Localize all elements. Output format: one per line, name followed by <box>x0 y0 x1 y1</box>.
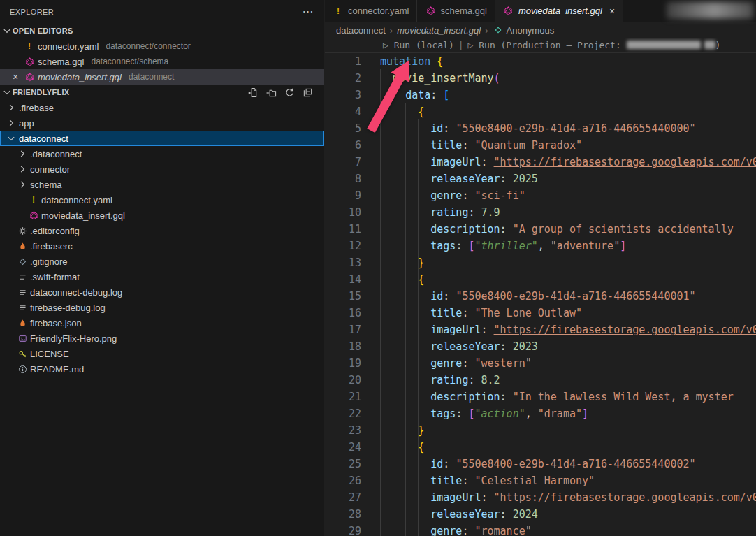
explorer-header: EXPLORER ⋯ <box>0 0 324 23</box>
line-content[interactable]: imageUrl: "https://firebasestorage.googl… <box>380 321 756 338</box>
tree-item-connector[interactable]: connector <box>0 161 324 177</box>
open-editor-schema-gql[interactable]: schema.gqldataconnect/schema <box>0 54 324 69</box>
breadcrumb-item-anonymous[interactable]: Anonymous <box>493 24 555 36</box>
tree-item-license[interactable]: LICENSE <box>0 346 324 361</box>
line-content[interactable]: tags: ["thriller", "adventure"] <box>380 238 626 254</box>
chevron-right-icon <box>6 102 17 113</box>
lines-icon <box>17 271 28 282</box>
explorer-sidebar: EXPLORER ⋯ OPEN EDITORS !connector.yamld… <box>0 0 324 536</box>
chevron-down-icon <box>6 133 17 144</box>
breadcrumb-item-moviedata-insert-gql[interactable]: moviedata_insert.gql <box>397 25 481 36</box>
editor-label: schema.gql <box>38 57 84 67</box>
file-name: dataconnect-debug.log <box>30 287 122 298</box>
line-content[interactable]: id: "550e8400-e29b-41d4-a716-44665544000… <box>380 120 696 137</box>
editor-description: dataconnect/schema <box>91 57 168 66</box>
file-name: dataconnect.yaml <box>41 195 112 205</box>
line-content[interactable]: data: [ <box>380 87 449 103</box>
tree-item-firebase-json[interactable]: firebase.json <box>0 315 324 331</box>
tree-item--editorconfig[interactable]: .editorconfig <box>0 223 324 238</box>
run-local-link[interactable]: ▷ Run (local) <box>383 40 454 50</box>
close-icon[interactable]: × <box>609 6 615 17</box>
line-content[interactable]: genre: "sci-fi" <box>380 187 525 204</box>
line-content[interactable]: { <box>380 103 424 120</box>
redacted-editor-actions <box>667 2 753 19</box>
line-content[interactable]: releaseYear: 2024 <box>380 506 538 523</box>
line-content[interactable]: title: "The Lone Outlaw" <box>380 305 582 321</box>
new-folder-button[interactable] <box>265 86 277 99</box>
line-content[interactable]: releaseYear: 2023 <box>380 338 538 355</box>
yaml-warning-icon: ! <box>24 41 35 52</box>
chevron-right-icon <box>17 179 28 190</box>
folder-name: .firebase <box>19 103 54 113</box>
tree-item-schema[interactable]: schema <box>0 177 324 192</box>
line-number: 11 <box>325 221 361 238</box>
line-content[interactable]: imageUrl: "https://firebasestorage.googl… <box>380 489 756 506</box>
tree-item-dataconnect-debug-log[interactable]: dataconnect-debug.log <box>0 284 324 300</box>
tree-item--gitignore[interactable]: .gitignore <box>0 254 324 269</box>
line-content[interactable]: releaseYear: 2025 <box>380 171 538 187</box>
collapse-all-button[interactable] <box>301 86 314 99</box>
breadcrumb-item-dataconnect[interactable]: dataconnect <box>336 25 386 36</box>
line-content[interactable]: genre: "western" <box>380 355 532 372</box>
editor-region: !connector.yamlschema.gqlmoviedata_inser… <box>325 0 756 536</box>
gear-icon <box>17 225 28 236</box>
line-number: 26 <box>325 472 361 489</box>
new-file-button[interactable] <box>247 86 259 99</box>
tree-item-dataconnect[interactable]: dataconnect <box>0 131 324 146</box>
line-number: 21 <box>325 389 361 405</box>
tree-item-moviedata-insert-gql[interactable]: moviedata_insert.gql <box>0 208 324 223</box>
refresh-button[interactable] <box>283 86 296 99</box>
file-name: firebase-debug.log <box>30 303 106 313</box>
tree-item--dataconnect[interactable]: .dataconnect <box>0 146 324 161</box>
close-editor-icon[interactable]: × <box>10 71 21 82</box>
line-content[interactable]: title: "Quantum Paradox" <box>380 137 582 154</box>
more-actions-icon[interactable]: ⋯ <box>303 8 314 15</box>
open-editors-header[interactable]: OPEN EDITORS <box>0 23 324 38</box>
line-content[interactable]: title: "Celestial Harmony" <box>380 472 595 489</box>
tree-item--firebase[interactable]: .firebase <box>0 100 324 115</box>
tree-item-dataconnect-yaml[interactable]: !dataconnect.yaml <box>0 192 324 208</box>
line-content[interactable]: genre: "romance" <box>380 523 532 536</box>
tree-item--swift-format[interactable]: .swift-format <box>0 269 324 284</box>
line-number: 8 <box>325 171 361 187</box>
line-content[interactable]: description: "In the lawless Wild West, … <box>380 389 734 405</box>
tree-item-app[interactable]: app <box>0 115 324 131</box>
line-number: 4 <box>325 103 361 120</box>
code-line-27: 27 imageUrl: "https://firebasestorage.go… <box>325 489 756 506</box>
workspace-header[interactable]: FRIENDLYFLIX <box>0 85 324 100</box>
image-icon <box>17 333 28 344</box>
open-editor-moviedata-insert-gql[interactable]: ×moviedata_insert.gqldataconnect <box>0 69 324 85</box>
tree-item-firebase-debug-log[interactable]: firebase-debug.log <box>0 300 324 315</box>
line-content[interactable]: tags: ["action", "drama"] <box>380 405 588 422</box>
line-content[interactable]: movie_insertMany( <box>380 70 500 87</box>
code-line-4: 4 { <box>325 103 756 120</box>
line-number: 28 <box>325 506 361 523</box>
line-content[interactable]: id: "550e8400-e29b-41d4-a716-44665544000… <box>380 456 696 472</box>
line-content[interactable]: id: "550e8400-e29b-41d4-a716-44665544000… <box>380 288 696 305</box>
run-production-link[interactable]: ▷ Run (Production – Project: ) <box>468 40 721 50</box>
line-content[interactable]: mutation { <box>380 53 443 70</box>
file-name: firebase.json <box>30 318 82 328</box>
tab-label: connector.yaml <box>348 6 409 16</box>
tree-item-readme-md[interactable]: README.md <box>0 361 324 377</box>
line-number: 15 <box>325 288 361 305</box>
chevron-right-icon <box>17 164 28 175</box>
breadcrumb-label: dataconnect <box>336 25 386 36</box>
line-content[interactable]: description: "A group of scientists acci… <box>380 221 734 238</box>
tree-item-friendlyflix-hero-png[interactable]: FriendlyFlix-Hero.png <box>0 331 324 346</box>
line-content[interactable]: rating: 8.2 <box>380 372 500 389</box>
file-tree: .firebaseappdataconnect.dataconnectconne… <box>0 100 324 377</box>
folder-name: dataconnect <box>19 133 68 144</box>
line-number: 13 <box>325 254 361 271</box>
open-editor-connector-yaml[interactable]: !connector.yamldataconnect/connector <box>0 38 324 54</box>
tab-schema-gql[interactable]: schema.gql <box>417 0 495 22</box>
tree-item--firebaserc[interactable]: .firebaserc <box>0 238 324 254</box>
file-name: FriendlyFlix-Hero.png <box>30 333 117 344</box>
file-name: LICENSE <box>30 349 69 359</box>
tab-connector-yaml[interactable]: !connector.yaml <box>325 0 417 22</box>
line-content[interactable]: rating: 7.9 <box>380 204 500 221</box>
line-number: 29 <box>325 523 361 536</box>
tab-moviedata-insert-gql[interactable]: moviedata_insert.gql× <box>495 0 623 22</box>
folder-name: .dataconnect <box>30 149 82 159</box>
line-content[interactable]: imageUrl: "https://firebasestorage.googl… <box>380 154 756 171</box>
